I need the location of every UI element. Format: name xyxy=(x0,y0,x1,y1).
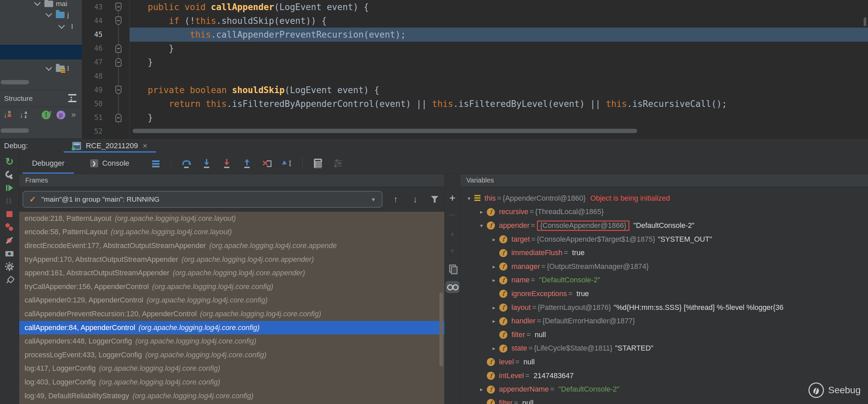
variable-row[interactable]: flevel=null xyxy=(460,355,868,369)
code-line[interactable]: 48 xyxy=(82,69,868,83)
chevron-down-icon[interactable] xyxy=(58,22,65,29)
horizontal-scrollbar-thumb[interactable] xyxy=(1,80,29,85)
frame-row[interactable]: tryAppend:170, AbstractOutputStreamAppen… xyxy=(19,253,444,267)
line-number[interactable]: 44 xyxy=(82,17,107,25)
copy-frame-icon[interactable] xyxy=(447,264,458,274)
code-line[interactable]: 43public void callAppender(LogEvent even… xyxy=(82,0,868,14)
frame-row[interactable]: encode:218, PatternLayout(org.apache.log… xyxy=(19,212,444,226)
drop-frame-icon[interactable] xyxy=(262,158,272,168)
variable-row[interactable]: fignoreExceptions=true xyxy=(460,287,868,301)
remove-watch-icon[interactable] xyxy=(447,211,458,221)
code-line[interactable]: 49private boolean shouldSkip(LogEvent ev… xyxy=(82,83,868,97)
editor-vertical-scrollbar[interactable] xyxy=(864,18,866,26)
frame-row[interactable]: directEncodeEvent:177, AbstractOutputStr… xyxy=(19,239,444,253)
sort-by-visibility-icon[interactable] xyxy=(3,110,13,120)
frame-row[interactable]: tryCallAppender:156, AppenderControl(org… xyxy=(19,280,444,294)
expand-down-icon[interactable]: ▾ xyxy=(476,223,487,229)
variable-row[interactable]: fintLevel=2147483647 xyxy=(460,369,868,383)
move-down-icon[interactable] xyxy=(447,246,458,256)
show-inherited-icon[interactable] xyxy=(42,110,51,119)
filter-funnel-icon[interactable] xyxy=(430,194,440,204)
frames-vertical-scrollbar[interactable] xyxy=(439,293,443,366)
view-breakpoints-icon[interactable] xyxy=(4,222,14,232)
frame-row[interactable]: log:403, LoggerConfig(org.apache.logging… xyxy=(19,375,444,389)
code-text[interactable]: public void callAppender(LogEvent event)… xyxy=(129,0,868,14)
frame-row[interactable]: processLogEvent:433, LoggerConfig(org.ap… xyxy=(19,348,444,362)
mute-breakpoints-icon[interactable] xyxy=(4,235,14,245)
expand-right-icon[interactable]: ▸ xyxy=(489,318,499,324)
pin-icon[interactable] xyxy=(2,273,17,287)
sort-alphabetically-icon[interactable] xyxy=(20,110,30,120)
code-text[interactable]: private boolean shouldSkip(LogEvent even… xyxy=(129,83,868,97)
fold-marker-icon[interactable] xyxy=(115,44,121,53)
run-configuration-tab[interactable]: RCE_20211209 × xyxy=(64,139,156,153)
variable-row[interactable]: ▾this={AppenderControl@1860}Object is be… xyxy=(460,192,868,205)
force-step-into-icon[interactable] xyxy=(222,158,232,168)
tab-console[interactable]: ❯ Console xyxy=(78,153,142,174)
expand-right-icon[interactable]: ▸ xyxy=(489,345,499,351)
variable-row[interactable]: ▸fhandler={DefaultErrorHandler@1877} xyxy=(460,314,868,328)
close-icon[interactable]: × xyxy=(143,142,147,150)
variable-row[interactable]: fimmediateFlush=true xyxy=(460,246,868,260)
tree-item[interactable]: l xyxy=(0,63,82,74)
layout-settings-icon[interactable] xyxy=(333,158,343,168)
show-watches-icon[interactable] xyxy=(445,281,460,293)
fold-marker-icon[interactable] xyxy=(115,16,121,25)
expand-right-icon[interactable]: ▸ xyxy=(489,277,499,283)
expand-right-icon[interactable]: ▸ xyxy=(476,386,487,393)
tree-item[interactable]: l xyxy=(0,21,82,32)
line-number[interactable]: 50 xyxy=(82,100,107,108)
line-number[interactable]: 43 xyxy=(82,3,107,11)
show-properties-icon[interactable] xyxy=(57,110,65,119)
variable-row[interactable]: ▸fmanager={OutputStreamManager@1874} xyxy=(460,260,868,274)
code-text[interactable]: } xyxy=(129,111,868,125)
editor-horizontal-scrollbar[interactable] xyxy=(132,129,637,133)
frame-row[interactable]: log:49, DefaultReliabilityStrategy(org.a… xyxy=(19,389,444,403)
line-number[interactable]: 49 xyxy=(82,86,107,94)
settings-gear-icon[interactable] xyxy=(4,262,14,272)
code-text[interactable] xyxy=(129,69,868,83)
evaluate-expression-icon[interactable] xyxy=(313,158,323,168)
new-watch-icon[interactable] xyxy=(447,194,458,204)
variable-row[interactable]: ▸frecursive={ThreadLocal@1865} xyxy=(460,205,868,219)
variable-row[interactable]: ▾fappender={ConsoleAppender@1866}"Defaul… xyxy=(460,219,868,233)
frame-row[interactable]: callAppender0:129, AppenderControl(org.a… xyxy=(19,294,444,307)
up-arrow-icon[interactable] xyxy=(391,194,401,204)
code-line[interactable]: 50 return this.isFilteredByAppenderContr… xyxy=(82,97,868,110)
frame-row[interactable]: log:417, LoggerConfig(org.apache.logging… xyxy=(19,362,444,376)
expand-right-icon[interactable]: ▸ xyxy=(489,264,499,270)
fold-marker-icon[interactable] xyxy=(115,86,121,94)
rerun-icon[interactable] xyxy=(4,157,14,167)
code-text[interactable]: if (!this.shouldSkip(event)) { xyxy=(129,14,868,28)
code-text[interactable]: } xyxy=(129,42,868,56)
frame-row[interactable]: log:161, Logger(org.apache.logging.log4j… xyxy=(19,403,444,404)
expand-right-icon[interactable]: ▸ xyxy=(489,304,499,311)
chevron-down-icon[interactable] xyxy=(45,10,52,17)
line-number[interactable]: 48 xyxy=(82,72,107,80)
variable-row[interactable]: ▸ftarget={ConsoleAppender$Target$1@1875}… xyxy=(460,233,868,246)
thread-dump-icon[interactable] xyxy=(4,248,14,259)
step-out-icon[interactable] xyxy=(242,158,252,168)
tree-item[interactable]: j xyxy=(0,9,82,21)
variable-row[interactable]: ▸fappenderName="DefaultConsole-2" xyxy=(460,382,868,396)
variable-row[interactable]: ffilter=null xyxy=(460,396,868,404)
fold-marker-icon[interactable] xyxy=(115,3,121,11)
code-text[interactable]: } xyxy=(129,56,868,69)
tab-debugger[interactable]: Debugger xyxy=(19,153,78,174)
tree-item-selected[interactable] xyxy=(0,45,82,60)
expand-right-icon[interactable]: ▸ xyxy=(489,236,499,243)
code-line[interactable]: 51} xyxy=(82,111,868,125)
line-number[interactable]: 45 xyxy=(82,31,107,39)
code-line[interactable]: 46 } xyxy=(82,42,868,56)
line-number[interactable]: 51 xyxy=(82,113,107,122)
variable-row[interactable]: ▸flayout={PatternLayout@1876}"%d{HH:mm:s… xyxy=(460,301,868,314)
frame-row[interactable]: append:161, AbstractOutputStreamAppender… xyxy=(19,266,444,280)
show-execution-point-icon[interactable] xyxy=(151,158,161,168)
fold-marker-icon[interactable] xyxy=(115,113,121,122)
thread-selector-dropdown[interactable]: ✓ "main"@1 in group "main": RUNNING ▼ xyxy=(23,191,382,208)
step-over-icon[interactable] xyxy=(181,158,191,168)
wrench-icon[interactable] xyxy=(4,170,14,180)
code-text[interactable]: this.callAppenderPreventRecursion(event)… xyxy=(129,28,868,41)
frame-row[interactable]: callAppenders:448, LoggerConfig(org.apac… xyxy=(19,334,444,348)
code-text[interactable]: return this.isFilteredByAppenderControl(… xyxy=(129,97,868,110)
